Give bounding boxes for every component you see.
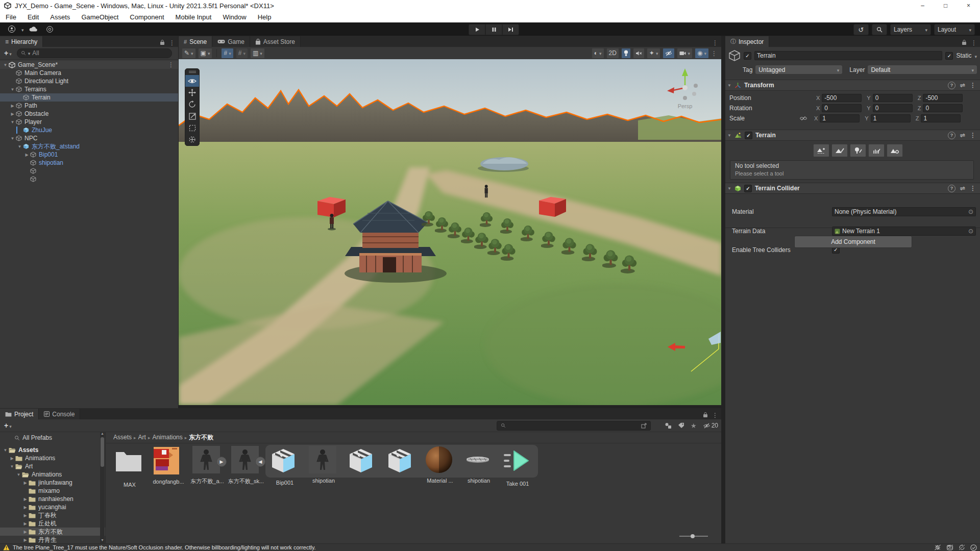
status-warning-text[interactable]: The tree Plane_Tree_17 must use the Natu… <box>13 544 316 550</box>
folder-item-art[interactable]: ▼Art <box>0 462 105 470</box>
maximize-button[interactable]: □ <box>934 0 957 11</box>
expand-arrow-icon[interactable]: ▼ <box>2 448 9 453</box>
menu-item-gameobject[interactable]: GameObject <box>76 13 124 21</box>
collider-menu-icon[interactable] <box>970 185 976 192</box>
tab-inspector[interactable]: ⓘ Inspector <box>725 36 769 47</box>
menu-item-assets[interactable]: Assets <box>44 13 76 21</box>
tab-console[interactable]: Console <box>39 409 80 419</box>
collider-help-icon[interactable] <box>948 185 955 192</box>
expand-arrow-icon[interactable]: ▼ <box>9 464 15 469</box>
layer-dropdown[interactable]: Default <box>868 65 977 74</box>
menu-item-file[interactable]: File <box>0 13 22 21</box>
menu-item-help[interactable]: Help <box>252 13 277 21</box>
palette-drag-handle[interactable] <box>185 69 199 75</box>
rect-tool-button[interactable] <box>185 122 199 134</box>
expand-arrow-icon[interactable]: ▶ <box>22 513 29 518</box>
draw-mode-dropdown[interactable]: ◐ <box>592 48 604 59</box>
hierarchy-item-东方不败-atstand[interactable]: ▼东方不败_atstand <box>0 142 178 151</box>
asset-dongfangb-[interactable]: dongfangb... <box>149 446 188 485</box>
gizmos-dropdown[interactable]: ◉ <box>695 48 709 59</box>
hierarchy-search-input[interactable]: All <box>17 48 172 58</box>
slider-knob[interactable] <box>691 534 695 538</box>
folder-item-丁春秋[interactable]: ▶丁春秋 <box>0 511 105 519</box>
auto-refresh-disabled-icon[interactable] <box>959 544 965 550</box>
scroll-up-arrow[interactable]: ▲ <box>100 432 105 437</box>
scene-tab-menu-icon[interactable] <box>712 38 718 47</box>
terrain-presets-icon[interactable] <box>960 132 965 139</box>
terrain-help-icon[interactable] <box>948 132 955 139</box>
scene-viewport[interactable]: Persp <box>179 59 721 405</box>
expand-arrow-icon[interactable]: ▶ <box>22 497 29 502</box>
menu-item-edit[interactable]: Edit <box>22 13 44 21</box>
account-icon[interactable] <box>5 24 18 34</box>
project-menu-icon[interactable] <box>712 410 718 419</box>
transform-rotation-z-field[interactable] <box>923 104 963 112</box>
hierarchy-item-main-camera[interactable]: Main Camera <box>0 69 178 77</box>
hierarchy-item-game-scene-[interactable]: ▼Game_Scene* <box>0 61 178 69</box>
transform-rotation-y-field[interactable] <box>873 104 913 112</box>
collider-presets-icon[interactable] <box>960 185 965 192</box>
help-icon[interactable] <box>948 82 955 89</box>
snap-increment-dropdown[interactable]: ▥ <box>250 48 265 59</box>
transform-tool-button[interactable] <box>185 134 199 145</box>
object-name-field[interactable] <box>754 51 942 60</box>
asset-material-[interactable]: Material ... <box>421 446 459 484</box>
account-caret-icon[interactable] <box>21 24 24 34</box>
asset-shipotian[interactable]: shipotian <box>304 446 343 484</box>
folder-item-nanhaieshen[interactable]: ▶nanhaieshen <box>0 495 105 503</box>
add-component-button[interactable]: Add Component <box>794 236 912 248</box>
camera-settings-dropdown[interactable] <box>677 48 693 59</box>
transform-header[interactable]: ▼ Transform <box>725 80 980 91</box>
scroll-down-arrow[interactable]: ▼ <box>100 538 105 543</box>
transform-scale-z-field[interactable] <box>921 114 961 122</box>
terrain-tool-paint-terrain[interactable] <box>831 144 848 157</box>
asset-东方不败-sk-[interactable]: ◀东方不败_sk... <box>227 446 265 485</box>
terrain-collider-header[interactable]: ▼ Terrain Collider <box>725 183 980 194</box>
expand-arrow-icon[interactable]: ▼ <box>9 120 16 124</box>
tab-asset-store[interactable]: Asset Store <box>250 36 301 47</box>
cache-disabled-icon[interactable] <box>946 544 953 550</box>
folder-item-animations[interactable]: ▼Animations <box>0 470 105 479</box>
effects-dropdown[interactable]: ✦ <box>647 48 661 59</box>
terrain-tool-settings[interactable] <box>887 144 903 157</box>
asset-shipotian[interactable]: shipotian <box>459 446 498 484</box>
terrain-tool-create-neighbor[interactable] <box>813 144 829 157</box>
hierarchy-item-player[interactable]: ▼Player <box>0 118 178 126</box>
expand-arrow-icon[interactable]: ▼ <box>15 472 22 477</box>
object-picker-icon[interactable]: ⊙ <box>968 208 973 215</box>
hidden-packages-toggle[interactable]: 20 <box>703 422 718 429</box>
scene-options-icon[interactable] <box>168 61 174 68</box>
create-object-caret-icon[interactable] <box>9 48 12 58</box>
search-by-type-icon[interactable] <box>665 422 672 429</box>
gizmo-handle-dropdown[interactable]: ▣ <box>198 48 213 59</box>
expand-arrow-icon[interactable]: ▶ <box>22 538 29 542</box>
asset-max[interactable]: MAX <box>110 446 149 488</box>
asset-unnamed-7[interactable] <box>382 446 421 480</box>
move-tool-button[interactable] <box>185 87 199 98</box>
transform-scale-x-field[interactable] <box>820 114 860 122</box>
terrain-tool-paint-details[interactable] <box>868 144 885 157</box>
tab-scene[interactable]: #Scene <box>179 36 212 47</box>
project-create-caret-icon[interactable] <box>9 421 12 430</box>
transform-position-y-field[interactable] <box>873 94 913 102</box>
terrain-enabled-checkbox[interactable] <box>745 132 752 139</box>
create-object-icon[interactable] <box>4 48 8 58</box>
expand-arrow-icon[interactable]: ▼ <box>9 87 16 92</box>
presets-icon[interactable] <box>960 82 965 89</box>
snap-toggle[interactable]: # <box>236 48 248 59</box>
transform-menu-icon[interactable] <box>970 82 976 89</box>
scene-visibility-toggle[interactable] <box>663 48 675 59</box>
project-search-input[interactable] <box>497 421 651 431</box>
favorites-star-icon[interactable]: ★ <box>691 422 697 430</box>
lighting-toggle[interactable] <box>621 48 631 59</box>
project-lock-icon[interactable] <box>703 412 708 418</box>
hierarchy-item-directional-light[interactable]: Directional Light <box>0 77 178 85</box>
collider-enabled-checkbox[interactable] <box>744 185 752 192</box>
hierarchy-item-terrains[interactable]: ▼Terrains <box>0 85 178 93</box>
close-button[interactable]: × <box>957 0 980 11</box>
transform-position-x-field[interactable] <box>822 94 862 102</box>
menu-item-component[interactable]: Component <box>124 13 169 21</box>
debugger-detached-icon[interactable] <box>934 544 941 550</box>
asset-unnamed-6[interactable] <box>343 446 382 480</box>
asset-bip001[interactable]: Bip001 <box>265 446 304 486</box>
